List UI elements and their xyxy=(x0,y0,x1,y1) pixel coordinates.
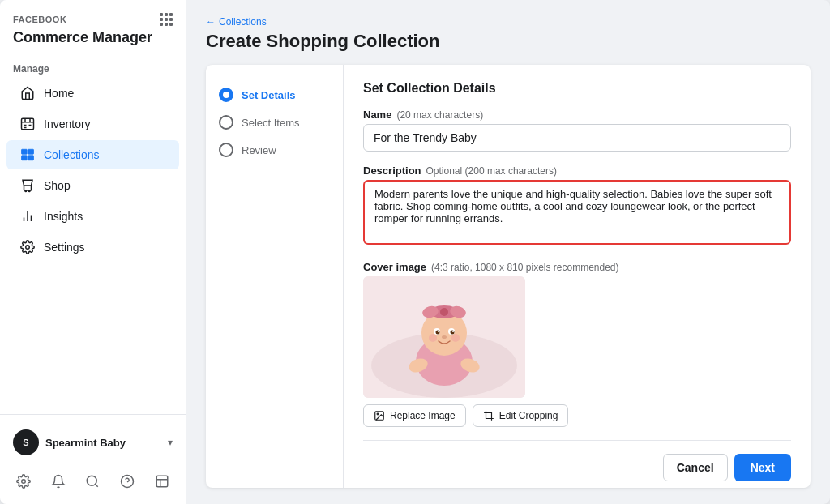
image-preview xyxy=(363,276,525,398)
sidebar: FACEBOOK Commerce Manager Manage Home xyxy=(0,0,186,504)
svg-point-16 xyxy=(26,246,30,250)
name-input[interactable] xyxy=(363,124,791,152)
account-name: Spearmint Baby xyxy=(45,437,161,449)
svg-point-18 xyxy=(88,476,97,485)
crop-icon xyxy=(483,410,494,421)
form-panel: Set Collection Details Name (20 max char… xyxy=(344,65,811,488)
main-content: ← Collections Create Shopping Collection… xyxy=(186,0,830,504)
settings-icon xyxy=(19,239,36,255)
account-switcher[interactable]: S Spearmint Baby ▾ xyxy=(6,423,179,462)
chevron-down-icon: ▾ xyxy=(168,437,173,448)
breadcrumb[interactable]: ← Collections xyxy=(206,16,811,28)
baby-image xyxy=(363,276,525,398)
bell-icon[interactable] xyxy=(45,468,71,494)
svg-point-12 xyxy=(29,190,31,192)
svg-rect-0 xyxy=(22,118,34,130)
sidebar-item-inventory[interactable]: Inventory xyxy=(6,109,179,139)
sidebar-item-label: Settings xyxy=(44,241,85,254)
sidebar-item-label: Home xyxy=(44,87,74,100)
svg-rect-22 xyxy=(156,476,168,487)
manage-label: Manage xyxy=(0,53,186,78)
insights-icon xyxy=(19,208,36,224)
step-set-details[interactable]: Set Details xyxy=(206,81,343,109)
home-icon xyxy=(19,85,36,101)
svg-rect-7 xyxy=(22,149,28,154)
cover-image-label: Cover image (4:3 ratio, 1080 x 810 pixel… xyxy=(363,261,791,273)
svg-point-36 xyxy=(451,331,455,335)
sidebar-item-shop[interactable]: Shop xyxy=(6,171,179,200)
sidebar-bottom: S Spearmint Baby ▾ xyxy=(0,414,186,504)
search-icon[interactable] xyxy=(79,468,105,494)
description-label: Description Optional (200 max characters… xyxy=(363,164,791,177)
sidebar-item-collections[interactable]: Collections xyxy=(6,140,179,169)
cancel-button[interactable]: Cancel xyxy=(663,454,728,481)
name-field-group: Name (20 max characters) xyxy=(363,109,791,152)
shop-icon xyxy=(19,177,36,194)
sidebar-item-home[interactable]: Home xyxy=(6,79,179,108)
edit-cropping-button[interactable]: Edit Cropping xyxy=(473,404,569,427)
breadcrumb-arrow: ← xyxy=(206,16,216,28)
image-buttons: Replace Image Edit Cropping xyxy=(363,404,791,427)
svg-point-17 xyxy=(22,480,26,484)
step-circle-3 xyxy=(219,143,233,157)
grid-icon[interactable] xyxy=(160,13,173,26)
description-hint: Optional (200 max characters) xyxy=(426,165,557,177)
svg-point-37 xyxy=(438,331,439,332)
help-icon[interactable] xyxy=(114,468,140,494)
page-title: Create Shopping Collection xyxy=(206,31,811,52)
sidebar-item-label: Collections xyxy=(44,148,99,161)
app-title: Commerce Manager xyxy=(13,29,173,46)
step-label: Select Items xyxy=(242,117,300,129)
svg-point-40 xyxy=(429,334,437,342)
panel-icon[interactable] xyxy=(149,468,175,494)
bottom-icons xyxy=(6,462,179,504)
svg-rect-9 xyxy=(22,156,28,160)
description-textarea[interactable]: Modern parents love the unique and high-… xyxy=(363,180,791,245)
step-select-items[interactable]: Select Items xyxy=(206,109,343,136)
svg-rect-8 xyxy=(28,149,34,154)
sidebar-item-insights[interactable]: Insights xyxy=(6,202,179,231)
steps-panel: Set Details Select Items Review xyxy=(206,65,344,488)
cover-image-field-group: Cover image (4:3 ratio, 1080 x 810 pixel… xyxy=(363,261,791,427)
svg-rect-10 xyxy=(28,156,34,160)
next-button[interactable]: Next xyxy=(734,454,791,481)
sidebar-item-label: Insights xyxy=(44,210,83,223)
sidebar-item-label: Shop xyxy=(44,179,71,192)
facebook-label: FACEBOOK xyxy=(13,13,173,26)
form-section-title: Set Collection Details xyxy=(363,81,791,96)
form-footer: Cancel Next xyxy=(363,440,791,481)
cover-image-hint: (4:3 ratio, 1080 x 810 pixels recommende… xyxy=(431,262,618,273)
sidebar-header: FACEBOOK Commerce Manager xyxy=(0,0,186,53)
inventory-icon xyxy=(19,116,36,132)
content-card: Set Details Select Items Review Set Coll… xyxy=(206,65,811,488)
svg-point-38 xyxy=(452,331,454,332)
step-circle-2 xyxy=(219,115,233,130)
sidebar-item-label: Inventory xyxy=(44,117,91,130)
step-label: Set Details xyxy=(242,89,295,101)
svg-point-35 xyxy=(436,331,440,335)
replace-image-button[interactable]: Replace Image xyxy=(363,404,466,427)
avatar: S xyxy=(13,429,39,455)
description-field-group: Description Optional (200 max characters… xyxy=(363,164,791,248)
name-label: Name (20 max characters) xyxy=(363,109,791,121)
svg-line-19 xyxy=(96,484,98,486)
sidebar-item-settings[interactable]: Settings xyxy=(6,233,179,262)
name-hint: (20 max characters) xyxy=(396,109,483,121)
settings-bottom-icon[interactable] xyxy=(11,468,36,494)
step-label: Review xyxy=(242,144,276,156)
replace-icon xyxy=(374,410,385,421)
svg-point-30 xyxy=(440,308,448,316)
step-review[interactable]: Review xyxy=(206,136,343,164)
step-circle-1 xyxy=(219,88,233,102)
svg-point-39 xyxy=(442,335,447,339)
svg-point-45 xyxy=(377,413,379,415)
breadcrumb-label: Collections xyxy=(219,16,267,28)
svg-point-41 xyxy=(451,334,460,342)
svg-point-11 xyxy=(25,190,27,192)
collections-icon xyxy=(19,147,36,163)
